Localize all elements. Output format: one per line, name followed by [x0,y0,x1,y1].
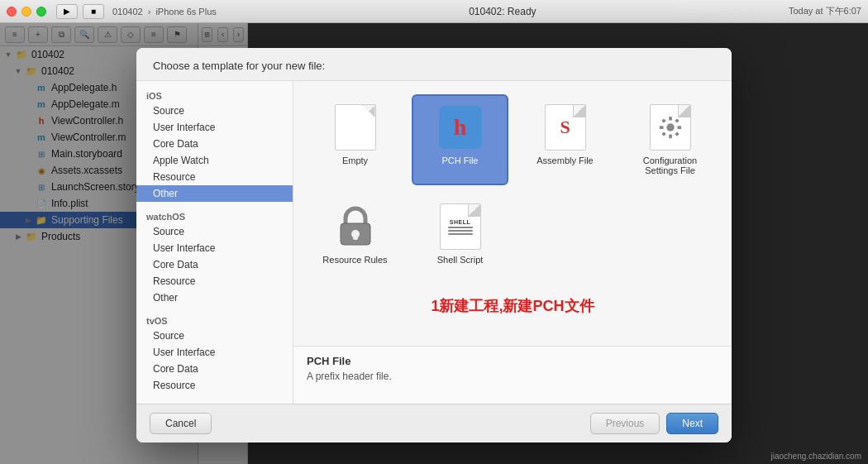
svg-rect-2 [669,134,672,138]
file-item-label: Resource Rules [322,255,387,265]
svg-point-0 [666,123,674,131]
previous-button[interactable]: Previous [590,413,661,434]
category-item-tvos-resource[interactable]: Resource [136,377,293,394]
category-header-ios: iOS [136,88,293,103]
svg-rect-5 [661,118,665,122]
assembly-file-icon: S [542,104,589,151]
detail-description: A prefix header file. [307,371,718,382]
file-item-empty[interactable]: Empty [307,94,403,185]
svg-rect-7 [661,132,665,136]
scheme-label: 010402 [112,7,143,17]
gear-svg [658,115,683,140]
category-item-tvos-coredata[interactable]: Core Data [136,361,293,377]
file-detail: PCH File A prefix header file. [293,346,732,404]
category-item-tvos-source[interactable]: Source [136,328,293,344]
run-button[interactable]: ▶ [56,4,78,19]
shell-file-icon: SHELL [437,203,484,250]
file-item-label: Assembly File [537,155,593,165]
next-button[interactable]: Next [666,413,718,434]
dialog-right-panel: Empty h PCH File [293,81,732,404]
svg-rect-8 [675,132,679,136]
category-item-watchos-userinterface[interactable]: User Interface [136,240,293,256]
svg-rect-11 [353,234,358,240]
resource-rules-icon [332,203,379,250]
category-item-ios-other[interactable]: Other [136,185,293,202]
category-item-ios-source[interactable]: Source [136,103,293,119]
file-template-grid: Empty h PCH File [293,81,732,346]
title-bar: ▶ ■ 010402 › iPhone 6s Plus 010402: Read… [0,0,868,23]
category-item-tvos-userinterface[interactable]: User Interface [136,344,293,361]
detail-title: PCH File [307,355,718,367]
device-label: › [148,7,151,17]
dialog-body: iOS Source User Interface Core Data Appl… [136,81,732,404]
dialog-footer: Cancel Previous Next [136,404,732,442]
file-item-shell[interactable]: SHELL Shell Script [412,194,508,275]
category-item-watchos-coredata[interactable]: Core Data [136,256,293,273]
file-item-resource-rules[interactable]: Resource Rules [307,194,403,275]
device-name: iPhone 6s Plus [155,7,216,17]
close-button[interactable] [7,7,17,17]
toolbar-controls: ▶ ■ 010402 › iPhone 6s Plus [56,4,217,19]
category-item-ios-resource[interactable]: Resource [136,169,293,185]
dialog-overlay: Choose a template for your new file: iOS… [0,23,868,464]
category-item-watchos-resource[interactable]: Resource [136,273,293,289]
svg-rect-6 [675,118,679,122]
file-item-config[interactable]: Configuration Settings File [622,94,718,185]
footer-right-buttons: Previous Next [590,413,718,434]
traffic-lights [7,7,46,17]
category-item-ios-applewatch[interactable]: Apple Watch [136,152,293,169]
svg-rect-3 [659,126,663,129]
file-grid: Empty h PCH File [307,94,718,275]
template-categories: iOS Source User Interface Core Data Appl… [136,81,293,404]
maximize-button[interactable] [36,7,46,17]
title-time: Today at 下午6:07 [789,5,861,17]
stop-button[interactable]: ■ [83,4,104,19]
dialog-title: Choose a template for your new file: [136,48,732,81]
empty-file-icon [332,104,379,151]
file-item-label: Configuration Settings File [628,155,712,175]
category-header-watchos: watchOS [136,208,293,223]
main-area: ≡ + ⧉ 🔍 ⚠ ◇ ≡ ⚑ ▼ 📁 010402 ▼ 📁 010402 [0,23,868,464]
cancel-button[interactable]: Cancel [150,413,212,434]
category-item-ios-coredata[interactable]: Core Data [136,136,293,152]
file-item-label: PCH File [441,155,478,165]
title-status: 010402: Ready [217,6,789,17]
annotation-text: 1新建工程,新建PCH文件 [307,288,718,324]
file-item-label: Shell Script [437,255,484,265]
pch-file-icon: h [437,104,484,151]
watermark: jiaocheng.chazidian.com [770,452,861,461]
new-file-dialog: Choose a template for your new file: iOS… [136,48,732,442]
category-header-tvos: tvOS [136,313,293,328]
minimize-button[interactable] [21,7,31,17]
svg-rect-1 [669,117,672,121]
category-item-watchos-source[interactable]: Source [136,223,293,240]
category-item-ios-userinterface[interactable]: User Interface [136,119,293,136]
config-file-icon [647,104,694,151]
file-item-pch[interactable]: h PCH File [412,94,508,185]
file-item-label: Empty [342,155,368,165]
lock-svg [334,205,377,248]
svg-rect-4 [677,126,681,129]
file-item-assembly[interactable]: S Assembly File [517,94,613,185]
category-item-watchos-other[interactable]: Other [136,289,293,306]
